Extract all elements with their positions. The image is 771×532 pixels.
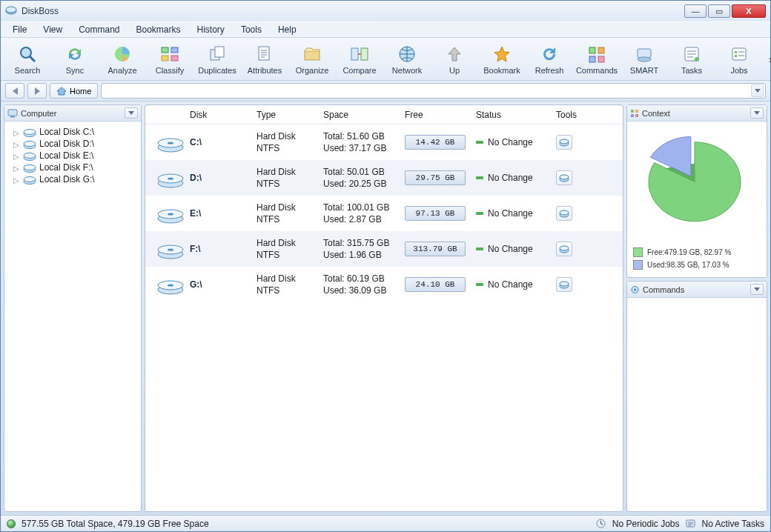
- toolbar-network-button[interactable]: Network: [383, 39, 431, 79]
- tree-item[interactable]: ▷Local Disk G:\: [7, 173, 138, 185]
- svg-point-1: [6, 7, 16, 13]
- svg-point-33: [24, 153, 36, 159]
- disk-tools-button[interactable]: [556, 206, 572, 221]
- disk-free-badge[interactable]: 29.75 GB: [405, 170, 466, 185]
- minimize-button[interactable]: —: [684, 4, 707, 18]
- clock-icon: [596, 519, 606, 529]
- disk-free-badge[interactable]: 97.13 GB: [405, 206, 466, 221]
- col-disk[interactable]: Disk: [190, 110, 257, 120]
- disk-space: Total: 100.01 GBUsed: 2.87 GB: [323, 202, 405, 225]
- expand-icon[interactable]: ▷: [13, 153, 20, 159]
- disk-icon: [23, 174, 36, 184]
- disk-list-panel: Disk Type Space Free Status Tools C:\Har…: [145, 104, 623, 512]
- disk-tree[interactable]: ▷Local Disk C:\▷Local Disk D:\▷Local Dis…: [4, 122, 141, 190]
- toolbar-overflow[interactable]: »: [763, 53, 771, 65]
- usage-pie-chart: [641, 127, 752, 239]
- toolbar-sync-button[interactable]: Sync: [51, 39, 99, 79]
- sidebar-menu-button[interactable]: [125, 107, 138, 119]
- commands-icon: [586, 44, 607, 64]
- menu-tools[interactable]: Tools: [234, 23, 269, 36]
- menu-help[interactable]: Help: [271, 23, 304, 36]
- expand-icon[interactable]: ▷: [13, 176, 20, 183]
- nav-home-button[interactable]: Home: [50, 83, 98, 99]
- toolbar-smart-button[interactable]: SMART: [621, 39, 668, 79]
- address-dropdown[interactable]: [751, 84, 764, 97]
- close-button[interactable]: X: [732, 4, 766, 18]
- svg-rect-5: [171, 47, 178, 53]
- tree-item[interactable]: ▷Local Disk D:\: [7, 138, 138, 150]
- toolbar-refresh-button[interactable]: Refresh: [526, 39, 573, 79]
- titlebar[interactable]: DiskBoss — ▭ X: [1, 1, 770, 21]
- address-input[interactable]: [101, 83, 766, 99]
- tree-item[interactable]: ▷Local Disk C:\: [7, 126, 138, 138]
- context-menu-button[interactable]: [750, 107, 764, 119]
- toolbar-search-button[interactable]: Search: [4, 39, 51, 79]
- svg-point-20: [638, 57, 651, 61]
- disk-space: Total: 51.60 GBUsed: 37.17 GB: [323, 130, 405, 154]
- disk-tools-button[interactable]: [556, 242, 572, 256]
- col-free[interactable]: Free: [405, 110, 476, 120]
- refresh-icon: [539, 44, 560, 64]
- svg-rect-64: [635, 110, 638, 113]
- disk-row[interactable]: C:\Hard DiskNTFSTotal: 51.60 GBUsed: 37.…: [145, 124, 623, 160]
- maximize-button[interactable]: ▭: [708, 4, 730, 18]
- disk-row[interactable]: G:\Hard DiskNTFSTotal: 60.19 GBUsed: 36.…: [145, 267, 623, 302]
- chevron-down-icon: [754, 287, 760, 291]
- chevron-down-icon: [755, 89, 761, 93]
- legend-used: Used:98.35 GB, 17.03 %: [647, 261, 729, 269]
- expand-icon[interactable]: ▷: [13, 164, 20, 171]
- arrow-right-icon: [35, 87, 40, 95]
- col-status[interactable]: Status: [476, 110, 556, 120]
- disk-free-badge[interactable]: 14.42 GB: [405, 135, 466, 150]
- disk-row[interactable]: E:\Hard DiskNTFSTotal: 100.01 GBUsed: 2.…: [145, 196, 623, 231]
- disk-free-badge[interactable]: 313.79 GB: [405, 242, 466, 256]
- status-indicator-icon: [476, 247, 483, 250]
- attributes-icon: [254, 44, 275, 64]
- disk-tools-button[interactable]: [556, 277, 572, 292]
- svg-point-35: [24, 165, 36, 170]
- disk-icon: [23, 162, 36, 173]
- disk-name: G:\: [190, 279, 257, 290]
- col-type[interactable]: Type: [257, 110, 323, 120]
- menu-view[interactable]: View: [36, 23, 70, 36]
- app-window: DiskBoss — ▭ X File View Command Bookmar…: [0, 0, 771, 532]
- tree-item[interactable]: ▷Local Disk E:\: [7, 150, 138, 162]
- toolbar-organize-button[interactable]: Organize: [288, 39, 336, 79]
- smart-icon: [634, 44, 655, 64]
- menu-file[interactable]: File: [5, 23, 34, 36]
- menu-command[interactable]: Command: [71, 23, 127, 36]
- toolbar-compare-button[interactable]: Compare: [336, 39, 383, 79]
- toolbar-jobs-button[interactable]: Jobs: [715, 39, 763, 79]
- toolbar-bookmark-button[interactable]: Bookmark: [478, 39, 526, 79]
- menu-history[interactable]: History: [190, 23, 232, 36]
- toolbar-duplicates-button[interactable]: Duplicates: [193, 39, 241, 79]
- col-tools[interactable]: Tools: [556, 110, 596, 120]
- swatch-used: [633, 260, 643, 270]
- disk-tools-button[interactable]: [556, 135, 572, 150]
- disk-row[interactable]: F:\Hard DiskNTFSTotal: 315.75 GBUsed: 1.…: [145, 231, 623, 267]
- svg-rect-10: [259, 47, 269, 60]
- col-space[interactable]: Space: [323, 110, 405, 120]
- svg-rect-7: [171, 56, 178, 61]
- svg-point-37: [24, 177, 36, 182]
- svg-rect-24: [735, 51, 737, 53]
- toolbar-commands-button[interactable]: Commands: [573, 39, 621, 79]
- disk-row[interactable]: D:\Hard DiskNTFSTotal: 50.01 GBUsed: 20.…: [145, 160, 623, 196]
- toolbar-classify-button[interactable]: Classify: [146, 39, 193, 79]
- disk-status: No Change: [476, 137, 556, 147]
- disk-tools-button[interactable]: [556, 170, 572, 185]
- expand-icon[interactable]: ▷: [13, 129, 20, 136]
- toolbar-up-button[interactable]: Up: [431, 39, 478, 79]
- commands-menu-button[interactable]: [750, 284, 764, 295]
- toolbar-analyze-button[interactable]: Analyze: [99, 39, 146, 79]
- expand-icon[interactable]: ▷: [13, 141, 20, 147]
- nav-forward-button[interactable]: [27, 83, 47, 99]
- nav-back-button[interactable]: [5, 83, 24, 99]
- tasks-icon: [686, 519, 696, 529]
- tree-item[interactable]: ▷Local Disk F:\: [7, 162, 138, 173]
- toolbar-tasks-button[interactable]: Tasks: [668, 39, 715, 79]
- toolbar-attributes-button[interactable]: Attributes: [241, 39, 288, 79]
- menu-bookmarks[interactable]: Bookmarks: [129, 23, 188, 36]
- disk-icon: [23, 139, 36, 149]
- disk-free-badge[interactable]: 24.10 GB: [405, 277, 466, 292]
